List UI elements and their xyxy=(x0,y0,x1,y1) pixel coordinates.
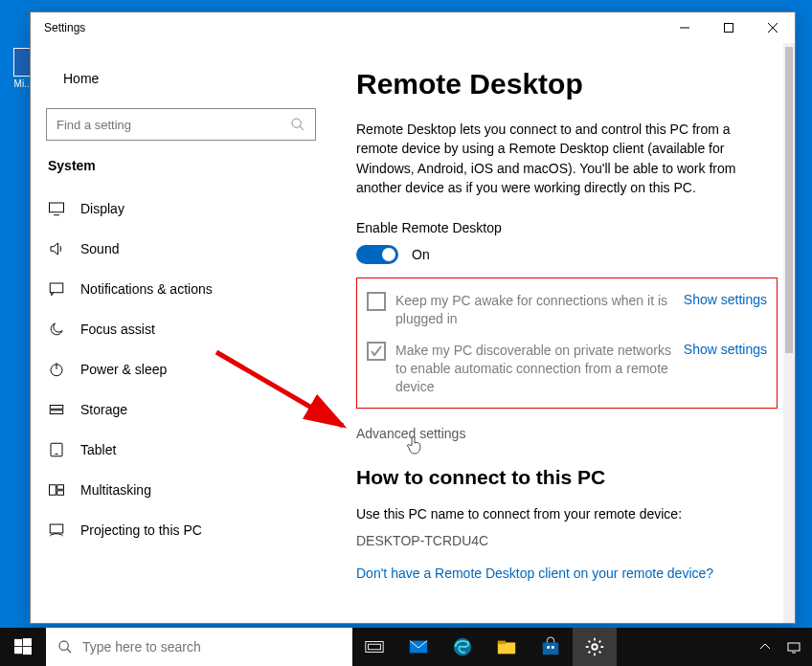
sidebar-section-label: System xyxy=(31,158,331,189)
svg-rect-16 xyxy=(57,485,64,490)
svg-rect-21 xyxy=(23,638,32,646)
sidebar-item-power[interactable]: Power & sleep xyxy=(31,349,331,389)
svg-rect-18 xyxy=(50,524,63,533)
svg-rect-6 xyxy=(50,203,64,212)
tray-chevron-up-icon[interactable] xyxy=(753,628,778,666)
taskbar-search-input[interactable] xyxy=(82,639,341,655)
svg-rect-31 xyxy=(498,641,506,645)
start-button[interactable] xyxy=(0,628,46,666)
taskbar-app-store[interactable] xyxy=(529,628,573,666)
svg-rect-11 xyxy=(50,406,63,410)
svg-rect-17 xyxy=(57,491,64,496)
search-input[interactable] xyxy=(56,118,282,132)
svg-rect-20 xyxy=(14,639,22,646)
sidebar-item-focus-assist[interactable]: Focus assist xyxy=(31,309,331,349)
page-description: Remote Desktop lets you connect to and c… xyxy=(356,120,758,197)
svg-rect-34 xyxy=(552,646,554,649)
tablet-icon xyxy=(48,441,65,458)
svg-line-5 xyxy=(300,126,304,130)
sidebar-home[interactable]: Home xyxy=(31,55,331,102)
settings-window: Settings Home System Display Sound xyxy=(30,11,796,624)
sidebar-item-label: Focus assist xyxy=(80,322,155,337)
search-icon xyxy=(290,117,305,132)
enable-remote-desktop-toggle[interactable] xyxy=(356,245,398,264)
windows-icon xyxy=(14,638,32,655)
close-button[interactable] xyxy=(751,12,795,43)
connect-text: Use this PC name to connect from your re… xyxy=(356,506,776,522)
moon-icon xyxy=(48,321,65,338)
show-settings-link[interactable]: Show settings xyxy=(684,292,767,307)
sidebar-item-label: Tablet xyxy=(80,442,116,457)
sidebar-item-label: Display xyxy=(80,201,124,216)
svg-rect-22 xyxy=(14,647,22,654)
taskbar-app-edge[interactable] xyxy=(440,628,485,666)
notifications-icon xyxy=(48,280,65,298)
svg-line-25 xyxy=(67,649,71,653)
sidebar-item-tablet[interactable]: Tablet xyxy=(31,430,331,470)
svg-rect-33 xyxy=(547,646,550,649)
taskbar-app-mail[interactable] xyxy=(396,628,440,666)
window-title: Settings xyxy=(44,21,85,34)
toggle-state-label: On xyxy=(412,247,430,262)
sidebar-item-projecting[interactable]: Projecting to this PC xyxy=(31,510,331,550)
enable-label: Enable Remote Desktop xyxy=(356,220,776,235)
checkbox-icon[interactable] xyxy=(367,342,386,361)
taskbar-app-explorer[interactable] xyxy=(485,628,529,666)
svg-rect-23 xyxy=(23,647,32,655)
page-title: Remote Desktop xyxy=(356,68,776,100)
maximize-button[interactable] xyxy=(707,12,751,43)
client-download-link[interactable]: Don't have a Remote Desktop client on yo… xyxy=(356,566,776,581)
svg-rect-1 xyxy=(725,24,733,33)
svg-rect-15 xyxy=(50,485,56,496)
taskbar-search[interactable] xyxy=(46,628,352,666)
sidebar-item-label: Power & sleep xyxy=(80,362,167,377)
pc-name: DESKTOP-TCRDU4C xyxy=(356,533,776,548)
cursor-pointer-icon xyxy=(406,435,423,456)
scrollbar-thumb[interactable] xyxy=(785,47,793,353)
svg-point-4 xyxy=(292,119,301,127)
content-pane: Remote Desktop Remote Desktop lets you c… xyxy=(331,43,795,623)
sidebar-item-label: Projecting to this PC xyxy=(80,522,202,538)
multitasking-icon xyxy=(48,481,65,499)
svg-rect-8 xyxy=(50,283,63,293)
sidebar-item-multitasking[interactable]: Multitasking xyxy=(31,470,331,510)
option-keep-awake[interactable]: Keep my PC awake for connections when it… xyxy=(367,292,767,328)
option-label: Make my PC discoverable on private netwo… xyxy=(395,342,673,396)
sidebar-item-display[interactable]: Display xyxy=(31,189,331,229)
power-icon xyxy=(48,361,65,378)
sidebar-item-label: Storage xyxy=(80,402,127,417)
sidebar-home-label: Home xyxy=(63,71,99,86)
svg-rect-36 xyxy=(788,643,800,651)
sidebar-item-label: Notifications & actions xyxy=(80,281,213,297)
search-input-wrapper[interactable] xyxy=(46,108,316,141)
svg-rect-32 xyxy=(543,642,559,655)
sidebar-item-sound[interactable]: Sound xyxy=(31,229,331,269)
sidebar-item-storage[interactable]: Storage xyxy=(31,389,331,430)
tray-network-icon[interactable] xyxy=(781,628,806,666)
sidebar-item-notifications[interactable]: Notifications & actions xyxy=(31,269,331,309)
sidebar-item-label: Multitasking xyxy=(80,482,151,498)
option-discoverable[interactable]: Make my PC discoverable on private netwo… xyxy=(367,342,767,396)
task-view-button[interactable] xyxy=(352,628,396,666)
minimize-button[interactable] xyxy=(663,12,707,43)
sidebar: Home System Display Sound Notifications … xyxy=(31,43,331,623)
svg-point-24 xyxy=(59,641,68,650)
highlighted-options: Keep my PC awake for connections when it… xyxy=(356,278,778,408)
scrollbar[interactable] xyxy=(783,43,795,623)
taskbar-app-settings[interactable] xyxy=(573,628,617,666)
storage-icon xyxy=(48,401,65,418)
option-label: Keep my PC awake for connections when it… xyxy=(395,292,673,328)
svg-rect-27 xyxy=(369,644,381,650)
svg-rect-12 xyxy=(50,411,63,414)
sidebar-item-label: Sound xyxy=(80,241,119,256)
titlebar: Settings xyxy=(31,12,795,43)
projecting-icon xyxy=(48,522,65,539)
checkbox-icon[interactable] xyxy=(367,292,386,311)
search-icon xyxy=(57,639,73,655)
sound-icon xyxy=(48,240,65,257)
display-icon xyxy=(48,200,65,217)
show-settings-link[interactable]: Show settings xyxy=(684,342,767,357)
connect-header: How to connect to this PC xyxy=(356,466,776,489)
taskbar xyxy=(0,628,812,666)
svg-point-35 xyxy=(592,644,598,650)
